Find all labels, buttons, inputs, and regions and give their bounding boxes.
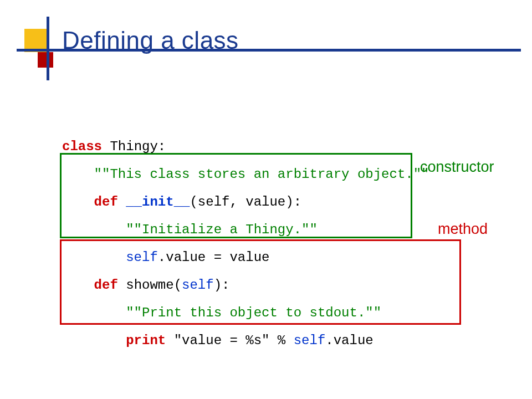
code-text: .value: [325, 333, 373, 348]
label-constructor: constructor: [420, 158, 494, 176]
slide-title: Defining a class: [62, 27, 239, 54]
keyword-class: class: [62, 139, 102, 154]
keyword-print: print: [126, 333, 166, 348]
label-method: method: [438, 221, 488, 238]
code-text: "value = %s" %: [166, 333, 293, 348]
code-line-8: print "value = %s" % self.value: [62, 333, 374, 348]
constructor-highlight-box: [60, 153, 412, 238]
deco-square-red: [38, 52, 53, 68]
keyword-self: self: [294, 333, 326, 348]
method-highlight-box: [60, 239, 461, 325]
code-text: Thingy:: [102, 139, 166, 154]
code-line-1: class Thingy:: [62, 139, 166, 154]
